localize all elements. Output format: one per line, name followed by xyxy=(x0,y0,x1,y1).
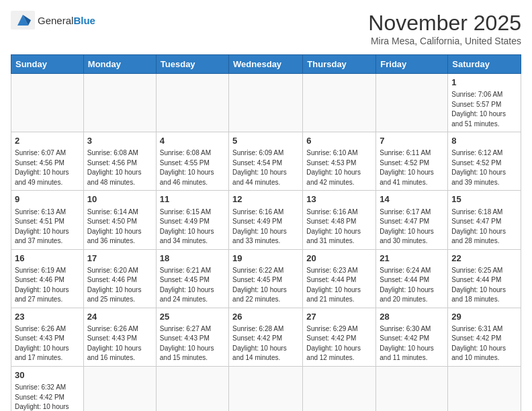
calendar-cell: 2Sunrise: 6:07 AM Sunset: 4:56 PM Daylig… xyxy=(11,132,84,191)
calendar-cell: 7Sunrise: 6:11 AM Sunset: 4:52 PM Daylig… xyxy=(376,132,448,191)
day-number: 28 xyxy=(380,311,444,323)
day-number: 29 xyxy=(451,311,517,323)
sun-info: Sunrise: 6:32 AM Sunset: 4:42 PM Dayligh… xyxy=(15,383,80,411)
sun-info: Sunrise: 6:14 AM Sunset: 4:50 PM Dayligh… xyxy=(87,208,152,246)
day-number: 4 xyxy=(160,135,225,147)
calendar-cell xyxy=(229,74,303,132)
calendar-cell: 24Sunrise: 6:26 AM Sunset: 4:43 PM Dayli… xyxy=(83,308,156,366)
calendar-cell: 4Sunrise: 6:08 AM Sunset: 4:55 PM Daylig… xyxy=(156,132,228,191)
sun-info: Sunrise: 6:19 AM Sunset: 4:46 PM Dayligh… xyxy=(15,266,80,305)
calendar-cell xyxy=(303,74,376,132)
day-number: 5 xyxy=(232,135,299,147)
day-number: 12 xyxy=(232,193,299,205)
logo: GeneralBlue xyxy=(11,11,95,30)
sun-info: Sunrise: 6:23 AM Sunset: 4:44 PM Dayligh… xyxy=(306,266,372,305)
calendar-cell xyxy=(376,74,448,132)
calendar-cell: 25Sunrise: 6:27 AM Sunset: 4:43 PM Dayli… xyxy=(156,308,228,366)
day-number: 26 xyxy=(232,311,299,323)
day-number: 3 xyxy=(87,135,152,147)
sun-info: Sunrise: 6:22 AM Sunset: 4:45 PM Dayligh… xyxy=(232,266,299,305)
calendar-cell: 9Sunrise: 6:13 AM Sunset: 4:51 PM Daylig… xyxy=(11,191,84,249)
sun-info: Sunrise: 6:27 AM Sunset: 4:43 PM Dayligh… xyxy=(160,324,225,363)
sun-info: Sunrise: 6:26 AM Sunset: 4:43 PM Dayligh… xyxy=(87,324,152,363)
calendar-cell xyxy=(83,366,156,411)
weekday-header-saturday: Saturday xyxy=(448,55,521,74)
weekday-header-tuesday: Tuesday xyxy=(156,55,228,74)
title-block: November 2025 Mira Mesa, California, Uni… xyxy=(368,11,521,46)
calendar-week-4: 23Sunrise: 6:26 AM Sunset: 4:43 PM Dayli… xyxy=(11,308,521,366)
day-number: 22 xyxy=(451,253,517,265)
weekday-header-thursday: Thursday xyxy=(303,55,376,74)
calendar-cell: 22Sunrise: 6:25 AM Sunset: 4:44 PM Dayli… xyxy=(448,249,521,308)
sun-info: Sunrise: 6:18 AM Sunset: 4:47 PM Dayligh… xyxy=(451,208,517,246)
calendar-cell xyxy=(303,366,376,411)
calendar-cell: 14Sunrise: 6:17 AM Sunset: 4:47 PM Dayli… xyxy=(376,191,448,249)
calendar-week-1: 2Sunrise: 6:07 AM Sunset: 4:56 PM Daylig… xyxy=(11,132,521,191)
day-number: 2 xyxy=(15,135,80,147)
calendar-cell: 27Sunrise: 6:29 AM Sunset: 4:42 PM Dayli… xyxy=(303,308,376,366)
sun-info: Sunrise: 6:28 AM Sunset: 4:42 PM Dayligh… xyxy=(232,324,299,363)
page-header: GeneralBlue November 2025 Mira Mesa, Cal… xyxy=(11,11,521,46)
sun-info: Sunrise: 6:20 AM Sunset: 4:46 PM Dayligh… xyxy=(87,266,152,305)
calendar-cell: 15Sunrise: 6:18 AM Sunset: 4:47 PM Dayli… xyxy=(448,191,521,249)
calendar-cell: 6Sunrise: 6:10 AM Sunset: 4:53 PM Daylig… xyxy=(303,132,376,191)
sun-info: Sunrise: 6:25 AM Sunset: 4:44 PM Dayligh… xyxy=(451,266,517,305)
sun-info: Sunrise: 7:06 AM Sunset: 5:57 PM Dayligh… xyxy=(451,90,517,129)
day-number: 1 xyxy=(451,77,517,89)
sun-info: Sunrise: 6:24 AM Sunset: 4:44 PM Dayligh… xyxy=(380,266,444,305)
weekday-header-monday: Monday xyxy=(83,55,156,74)
calendar-week-2: 9Sunrise: 6:13 AM Sunset: 4:51 PM Daylig… xyxy=(11,191,521,249)
calendar-cell: 11Sunrise: 6:15 AM Sunset: 4:49 PM Dayli… xyxy=(156,191,228,249)
day-number: 18 xyxy=(160,253,225,265)
calendar-cell: 16Sunrise: 6:19 AM Sunset: 4:46 PM Dayli… xyxy=(11,249,84,308)
calendar-cell: 1Sunrise: 7:06 AM Sunset: 5:57 PM Daylig… xyxy=(448,74,521,132)
calendar-cell: 29Sunrise: 6:31 AM Sunset: 4:42 PM Dayli… xyxy=(448,308,521,366)
day-number: 6 xyxy=(306,135,372,147)
calendar-cell xyxy=(11,74,84,132)
calendar-cell: 23Sunrise: 6:26 AM Sunset: 4:43 PM Dayli… xyxy=(11,308,84,366)
day-number: 21 xyxy=(380,253,444,265)
logo-text: GeneralBlue xyxy=(38,15,95,26)
calendar-cell xyxy=(229,366,303,411)
sun-info: Sunrise: 6:16 AM Sunset: 4:48 PM Dayligh… xyxy=(306,208,372,246)
day-number: 17 xyxy=(87,253,152,265)
calendar-cell: 12Sunrise: 6:16 AM Sunset: 4:49 PM Dayli… xyxy=(229,191,303,249)
day-number: 24 xyxy=(87,311,152,323)
logo-icon xyxy=(11,11,35,30)
calendar-cell: 28Sunrise: 6:30 AM Sunset: 4:42 PM Dayli… xyxy=(376,308,448,366)
calendar-cell: 13Sunrise: 6:16 AM Sunset: 4:48 PM Dayli… xyxy=(303,191,376,249)
sun-info: Sunrise: 6:31 AM Sunset: 4:42 PM Dayligh… xyxy=(451,324,517,363)
sun-info: Sunrise: 6:17 AM Sunset: 4:47 PM Dayligh… xyxy=(380,208,444,246)
calendar-cell: 21Sunrise: 6:24 AM Sunset: 4:44 PM Dayli… xyxy=(376,249,448,308)
sun-info: Sunrise: 6:12 AM Sunset: 4:52 PM Dayligh… xyxy=(451,148,517,187)
day-number: 16 xyxy=(15,253,80,265)
calendar-cell: 8Sunrise: 6:12 AM Sunset: 4:52 PM Daylig… xyxy=(448,132,521,191)
calendar-cell: 10Sunrise: 6:14 AM Sunset: 4:50 PM Dayli… xyxy=(83,191,156,249)
day-number: 30 xyxy=(15,369,80,381)
sun-info: Sunrise: 6:15 AM Sunset: 4:49 PM Dayligh… xyxy=(160,208,225,246)
calendar-cell xyxy=(156,366,228,411)
calendar-cell: 18Sunrise: 6:21 AM Sunset: 4:45 PM Dayli… xyxy=(156,249,228,308)
calendar-cell xyxy=(448,366,521,411)
month-title: November 2025 xyxy=(368,11,521,36)
sun-info: Sunrise: 6:08 AM Sunset: 4:55 PM Dayligh… xyxy=(160,148,225,187)
sun-info: Sunrise: 6:21 AM Sunset: 4:45 PM Dayligh… xyxy=(160,266,225,305)
weekday-header-wednesday: Wednesday xyxy=(229,55,303,74)
day-number: 27 xyxy=(306,311,372,323)
calendar-week-5: 30Sunrise: 6:32 AM Sunset: 4:42 PM Dayli… xyxy=(11,366,521,411)
calendar-cell: 19Sunrise: 6:22 AM Sunset: 4:45 PM Dayli… xyxy=(229,249,303,308)
sun-info: Sunrise: 6:09 AM Sunset: 4:54 PM Dayligh… xyxy=(232,148,299,187)
sun-info: Sunrise: 6:13 AM Sunset: 4:51 PM Dayligh… xyxy=(15,208,80,246)
calendar-cell: 17Sunrise: 6:20 AM Sunset: 4:46 PM Dayli… xyxy=(83,249,156,308)
sun-info: Sunrise: 6:29 AM Sunset: 4:42 PM Dayligh… xyxy=(306,324,372,363)
day-number: 19 xyxy=(232,253,299,265)
sun-info: Sunrise: 6:10 AM Sunset: 4:53 PM Dayligh… xyxy=(306,148,372,187)
sun-info: Sunrise: 6:26 AM Sunset: 4:43 PM Dayligh… xyxy=(15,324,80,363)
calendar-cell: 5Sunrise: 6:09 AM Sunset: 4:54 PM Daylig… xyxy=(229,132,303,191)
calendar-cell xyxy=(376,366,448,411)
weekday-header-friday: Friday xyxy=(376,55,448,74)
weekday-header-sunday: Sunday xyxy=(11,55,84,74)
calendar-cell: 20Sunrise: 6:23 AM Sunset: 4:44 PM Dayli… xyxy=(303,249,376,308)
day-number: 9 xyxy=(15,193,80,205)
calendar-week-3: 16Sunrise: 6:19 AM Sunset: 4:46 PM Dayli… xyxy=(11,249,521,308)
